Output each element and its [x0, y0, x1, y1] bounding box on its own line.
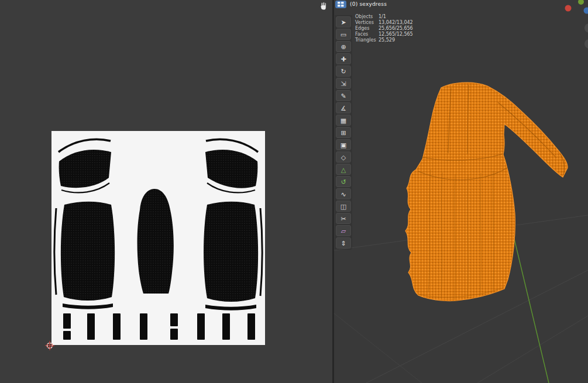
extrude-icon: ⊞	[341, 128, 346, 137]
rotate-arrow-icon: ↻	[341, 67, 346, 76]
stat-faces: Faces12,565/12,565	[355, 32, 413, 37]
tool-shear-button[interactable]: ▱	[336, 225, 351, 236]
smooth-wave-icon: ∿	[341, 189, 346, 199]
zoom-button-partial[interactable]	[584, 23, 588, 33]
tool-poly-build-button[interactable]: △	[336, 164, 351, 175]
tool-add-cube-button[interactable]: ▦	[336, 115, 351, 126]
tool-bevel-button[interactable]: ◇	[336, 151, 351, 163]
tool-smooth-button[interactable]: ∿	[336, 188, 351, 199]
uv-island-skirt-right	[204, 202, 258, 302]
statistics-overlay: Objects1/1 Vertices13,042/13,042 Edges25…	[355, 14, 413, 43]
shrink-fatten-icon: ⇕	[341, 239, 346, 248]
dress-mesh	[405, 82, 568, 301]
active-object-label: (0) sexydress	[350, 1, 387, 7]
gizmo-axis-z-icon[interactable]	[584, 8, 588, 14]
stat-vertices: Vertices13,042/13,042	[355, 20, 413, 26]
tool-rotate-button[interactable]: ↻	[336, 65, 351, 77]
tool-select-box-button[interactable]: ▭	[336, 29, 351, 40]
tool-loop-cut-button[interactable]: ◫	[336, 201, 351, 212]
tool-measure-button[interactable]: ∡	[336, 102, 351, 113]
scene-canvas	[334, 0, 588, 383]
cursor-target-icon: ⊕	[341, 42, 346, 51]
tweak-arrow-icon: ➤	[341, 18, 346, 27]
tool-tweak-button[interactable]: ➤	[336, 16, 351, 27]
gizmo-axis-y-icon[interactable]	[578, 0, 584, 5]
scale-corner-icon: ⇲	[341, 79, 346, 88]
gizmo-axis-x-icon[interactable]	[565, 5, 572, 12]
stat-objects: Objects1/1	[355, 14, 413, 20]
select-box-icon: ▭	[341, 30, 346, 39]
viewport-header: (0) sexydress	[334, 0, 588, 9]
axis-y-green-line	[511, 227, 549, 383]
uv-island-sleeve	[137, 189, 174, 294]
stat-triangles: Triangles25,529	[355, 37, 413, 43]
tool-inset-faces-button[interactable]: ▣	[336, 139, 351, 150]
add-cube-icon: ▦	[341, 116, 346, 125]
pencil-icon: ✎	[341, 91, 346, 101]
viewport-3d[interactable]: (0) sexydress Objects1/1 Vertices13,042/…	[334, 0, 588, 383]
uv-island-skirt-left	[61, 202, 115, 301]
tool-move-button[interactable]: ✚	[336, 53, 351, 64]
inset-icon: ▣	[341, 140, 346, 150]
knife-scissors-icon: ✂	[341, 214, 346, 223]
tool-shrink-fatten-button[interactable]: ⇕	[336, 237, 351, 249]
uv-grid-icon	[338, 2, 344, 7]
tool-strip: ➤ ▭ ⊕ ✚ ↻ ⇲ ✎ ∡ ▦ ⊞ ▣ ◇ △ ↺ ∿ ◫ ✂ ▱ ⇕	[335, 15, 352, 250]
tool-annotate-button[interactable]: ✎	[336, 90, 351, 101]
blender-window: (0) sexydress Objects1/1 Vertices13,042/…	[0, 0, 588, 383]
loop-cut-icon: ◫	[341, 202, 346, 211]
uv-2d-cursor	[45, 341, 54, 350]
tool-cursor-button[interactable]: ⊕	[336, 41, 351, 52]
tool-knife-button[interactable]: ✂	[336, 213, 351, 224]
stat-edges: Edges25,656/25,656	[355, 26, 413, 32]
tool-extrude-button[interactable]: ⊞	[336, 127, 351, 138]
bevel-icon: ◇	[341, 153, 346, 162]
shear-icon: ▱	[341, 226, 346, 236]
tool-scale-button[interactable]: ⇲	[336, 78, 351, 89]
angle-measure-icon: ∡	[341, 103, 346, 113]
pan-hand-cursor-icon	[318, 1, 328, 12]
spin-arrow-icon: ↺	[341, 177, 346, 187]
pan-button-partial[interactable]	[584, 39, 588, 49]
move-cross-icon: ✚	[341, 54, 346, 64]
editor-type-button[interactable]	[335, 1, 346, 8]
uv-texture-image	[51, 131, 265, 345]
tool-spin-button[interactable]: ↺	[336, 176, 351, 187]
uv-editor-panel[interactable]	[0, 0, 333, 383]
nav-gizmo[interactable]	[562, 0, 588, 64]
poly-build-icon: △	[341, 165, 346, 174]
